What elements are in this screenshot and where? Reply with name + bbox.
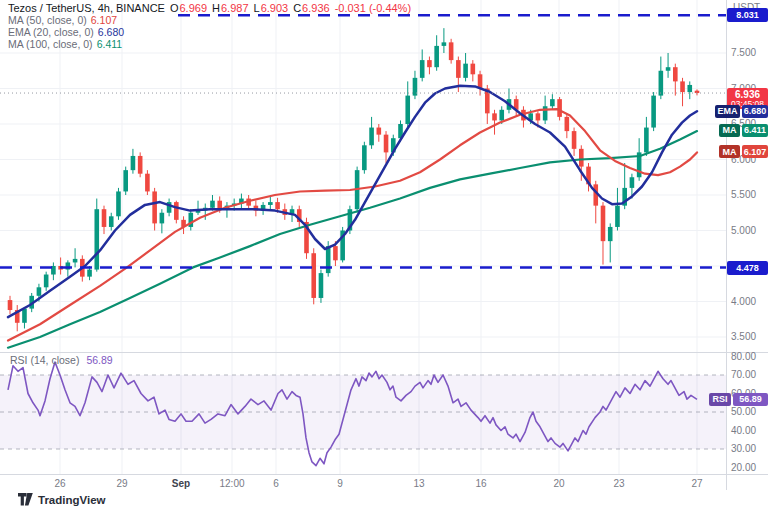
price-axis-tick: 3.500 [731,331,756,343]
rsi-tag-label: RSI [709,393,731,406]
ma50-tag-label: MA [719,145,740,158]
symbol-title[interactable]: Tezos / TetherUS, 4h, BINANCE [8,2,165,14]
indicator-label: MA (100, close, 0) [8,38,93,50]
current-price-value: 6.936 [727,88,768,100]
time-axis-label: Sep [172,478,190,490]
rsi-axis-tick: 20.00 [731,462,756,474]
ohlc-low-label: L [254,2,260,14]
time-axis-label: 6 [273,478,279,490]
ema20-tag-value: 6.680 [742,105,768,118]
symbol-legend-row[interactable]: Tezos / TetherUS, 4h, BINANCEO6.969H6.98… [8,3,411,15]
time-axis-label: 20 [553,478,564,490]
indicator-legend-ma100[interactable]: MA (100, close, 0)6.411 [8,39,411,51]
time-axis-label: 13 [413,478,424,490]
tradingview-logo[interactable]: TradingView [18,493,106,506]
ma50-tag-value: 6.107 [742,145,768,158]
price-level-tag: 4.478 [727,261,768,275]
time-axis-label: 26 [54,478,65,490]
time-axis-label: 9 [337,478,343,490]
rsi-legend[interactable]: RSI (14, close) 56.89 [10,354,113,366]
indicator-value: 6.680 [98,26,124,38]
time-axis-label: 23 [613,478,624,490]
rsi-axis-tick: 40.00 [731,425,756,437]
price-level-tag: 8.031 [727,8,768,22]
rsi-tag-value: 56.89 [733,393,768,406]
rsi-axis-tick: 30.00 [731,443,756,455]
ohlc-close-label: C [293,2,301,14]
price-axis-tick: 4.000 [731,296,756,308]
price-axis-tick: 5.500 [731,189,756,201]
time-axis-label: 27 [691,478,702,490]
ohlc-high-value: 6.987 [221,2,249,14]
ema20-tag-label: EMA [715,105,740,118]
price-axis-tick: 5.000 [731,225,756,237]
rsi-axis-tick: 70.00 [731,369,756,381]
indicator-legend-ema20[interactable]: EMA (20, close, 0)6.680 [8,27,411,39]
rsi-legend-label: RSI (14, close) [10,354,79,366]
time-axis-label: 12:00 [219,478,244,490]
indicator-value: 6.107 [91,14,117,26]
ohlc-open-value: 6.969 [179,2,207,14]
ohlc-readout: O6.969H6.987L6.903C6.936-0.031 (-0.44%) [165,2,411,14]
main-legend: Tezos / TetherUS, 4h, BINANCEO6.969H6.98… [8,3,411,51]
chart-labels-layer: Tezos / TetherUS, 4h, BINANCEO6.969H6.98… [0,0,768,512]
ohlc-high-label: H [212,2,220,14]
tradingview-logo-text: TradingView [38,494,106,506]
rsi-legend-value: 56.89 [86,354,112,366]
indicator-legend-ma50[interactable]: MA (50, close, 0)6.107 [8,15,411,27]
ma100-tag-label: MA [719,124,740,137]
tradingview-chart-window: Tezos / TetherUS, 4h, BINANCEO6.969H6.98… [0,0,768,512]
ohlc-low-value: 6.903 [261,2,289,14]
rsi-axis-tick: 50.00 [731,406,756,418]
rsi-axis-tick: 80.00 [731,351,756,363]
indicator-label: MA (50, close, 0) [8,14,87,26]
indicator-value: 6.411 [97,38,123,50]
ohlc-change-value: -0.031 (-0.44%) [335,2,411,14]
time-axis-label: 16 [475,478,486,490]
ma100-tag-value: 6.411 [742,124,768,137]
indicator-label: EMA (20, close, 0) [8,26,94,38]
time-axis-label: 29 [116,478,127,490]
ohlc-close-value: 6.936 [302,2,330,14]
tradingview-logo-icon [18,493,33,506]
price-axis-tick: 7.500 [731,47,756,59]
ohlc-open-label: O [170,2,179,14]
